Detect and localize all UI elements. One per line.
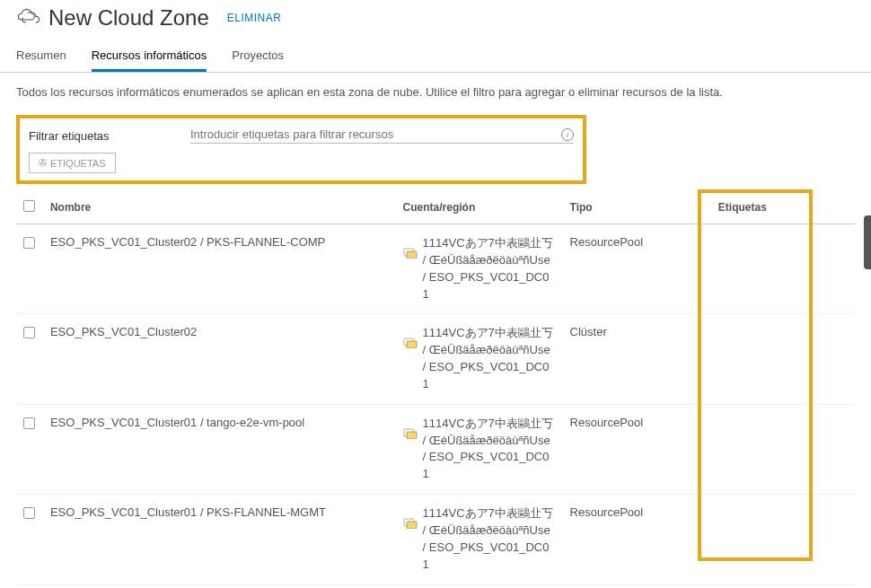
cell-type: ResourcePool — [563, 224, 711, 314]
table-row: ESO_PKS_VC01_Cluster02 / PKS-FLANNEL-COM… — [16, 224, 855, 314]
cell-name[interactable]: ESO_PKS_VC01_Cluster02 — [43, 314, 396, 404]
tag-icon: ✇ — [39, 157, 47, 169]
svg-rect-5 — [407, 432, 417, 439]
cell-type: Clúster — [563, 584, 711, 588]
filter-tags-input[interactable] — [190, 127, 556, 141]
tags-button-label: ETIQUETAS — [50, 158, 106, 169]
cell-name[interactable]: ESO_PKS_VC01_Cluster01 — [43, 584, 396, 588]
cell-account: 1114VCあア7中表鷗㐀丂 / ŒéÜßäåæðëöàùªñUse / ESO… — [423, 416, 556, 483]
cell-tags — [711, 495, 855, 584]
cell-type: ResourcePool — [563, 495, 711, 584]
info-icon[interactable]: i — [561, 128, 574, 141]
table-row: ESO_PKS_VC01_Cluster011114VCあア7中表鷗㐀丂 / Œ… — [16, 584, 855, 588]
tab-compute[interactable]: Recursos informáticos — [92, 41, 207, 72]
row-checkbox[interactable] — [23, 327, 35, 338]
cell-name[interactable]: ESO_PKS_VC01_Cluster02 / PKS-FLANNEL-COM… — [43, 224, 396, 314]
column-type[interactable]: Tipo — [563, 191, 711, 224]
svg-rect-7 — [407, 522, 417, 529]
tab-projects[interactable]: Proyectos — [232, 41, 284, 72]
tags-button[interactable]: ✇ ETIQUETAS — [29, 153, 116, 173]
cell-account: 1114VCあア7中表鷗㐀丂 / ŒéÜßäåæðëöàùªñUse / ESO… — [423, 505, 556, 573]
side-handle[interactable] — [864, 215, 871, 269]
table-row: ESO_PKS_VC01_Cluster01 / tango-e2e-vm-po… — [16, 404, 855, 494]
description-text: Todos los recursos informáticos enumerad… — [0, 73, 871, 111]
svg-rect-1 — [407, 251, 417, 259]
cell-tags — [711, 404, 855, 494]
page-title: New Cloud Zone — [48, 5, 209, 31]
cell-tags — [711, 224, 855, 314]
cell-name[interactable]: ESO_PKS_VC01_Cluster01 / PKS-FLANNEL-MGM… — [43, 495, 396, 584]
cell-account: 1114VCあア7中表鷗㐀丂 / ŒéÜßäåæðëöàùªñUse / ESO… — [423, 235, 556, 303]
table-row: ESO_PKS_VC01_Cluster021114VCあア7中表鷗㐀丂 / Œ… — [16, 314, 855, 404]
row-checkbox[interactable] — [23, 417, 35, 429]
column-account[interactable]: Cuenta/región — [396, 191, 563, 224]
resources-table: Nombre Cuenta/región Tipo Etiquetas ESO_… — [16, 191, 855, 588]
row-checkbox[interactable] — [23, 507, 35, 519]
column-tags[interactable]: Etiquetas — [711, 191, 855, 224]
vsphere-icon — [403, 426, 418, 439]
column-name[interactable]: Nombre — [43, 191, 396, 224]
cell-account: 1114VCあア7中表鷗㐀丂 / ŒéÜßäåæðëöàùªñUse / ESO… — [423, 325, 556, 392]
cell-tags — [711, 314, 855, 404]
cell-type: ResourcePool — [563, 404, 711, 494]
filter-label: Filtrar etiquetas — [29, 129, 190, 143]
cell-type: Clúster — [563, 314, 711, 404]
delete-button[interactable]: ELIMINAR — [227, 12, 282, 24]
cell-tags — [711, 584, 855, 588]
vsphere-icon — [403, 516, 418, 529]
filter-panel: Filtrar etiquetas i ✇ ETIQUETAS — [16, 115, 586, 184]
vsphere-icon — [403, 246, 418, 259]
vsphere-icon — [403, 336, 418, 348]
tab-summary[interactable]: Resumen — [16, 41, 66, 72]
table-row: ESO_PKS_VC01_Cluster01 / PKS-FLANNEL-MGM… — [16, 495, 855, 584]
select-all-checkbox[interactable] — [23, 200, 35, 212]
cell-name[interactable]: ESO_PKS_VC01_Cluster01 / tango-e2e-vm-po… — [43, 404, 396, 494]
cloud-zone-icon — [16, 7, 41, 29]
row-checkbox[interactable] — [23, 237, 35, 249]
svg-rect-3 — [407, 341, 417, 348]
